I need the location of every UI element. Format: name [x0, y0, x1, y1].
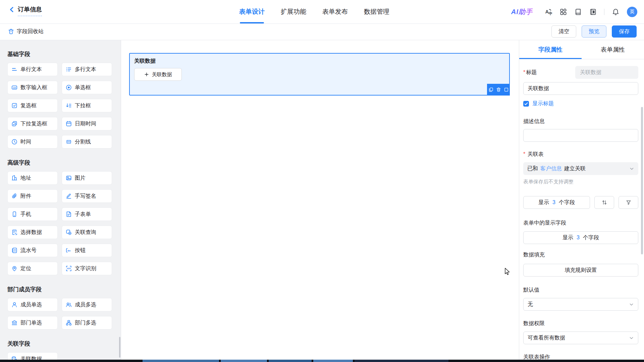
- select-data-icon: [11, 229, 17, 235]
- frame-icon[interactable]: [504, 87, 509, 92]
- trash-icon[interactable]: [496, 87, 501, 92]
- signature-icon: [66, 193, 72, 199]
- location-icon: [11, 265, 17, 272]
- panel-tab-field-props[interactable]: 字段属性: [519, 40, 582, 59]
- sidebar-item-checkbox[interactable]: 复选框: [7, 99, 58, 112]
- field-section: 高级字段地址图片附件手写签名手机子表单选择数据关联查询流水号Btn按钮定位OCR…: [7, 160, 121, 275]
- sidebar-item-label: 单行文本: [20, 66, 42, 73]
- sidebar-item-label: 手机: [20, 211, 31, 218]
- sidebar-item-multi-dropdown[interactable]: 下拉复选框: [7, 117, 58, 130]
- sidebar-item-number-input[interactable]: 123数字输入框: [7, 81, 58, 94]
- sidebar-item-ocr[interactable]: OCR文字识别: [62, 262, 112, 275]
- filter-icon: [626, 200, 631, 205]
- sidebar-item-dept-single[interactable]: 部门单选: [7, 316, 58, 329]
- field-action-bar: [487, 84, 510, 96]
- ocr-icon: OCR: [66, 265, 72, 272]
- sidebar-item-image[interactable]: 图片: [62, 171, 112, 185]
- field-recycle-bin-button[interactable]: 字段回收站: [8, 23, 44, 40]
- sidebar-item-datetime[interactable]: 日期时间: [62, 117, 112, 130]
- display-fields-button[interactable]: 显示3个字段: [523, 196, 590, 209]
- related-table-select[interactable]: 已和 客户信息 建立关联: [523, 162, 638, 175]
- sidebar-item-label: 附件: [20, 193, 31, 200]
- sidebar-item-address[interactable]: 地址: [7, 171, 58, 185]
- sidebar-item-select-data[interactable]: 选择数据: [7, 226, 58, 239]
- sidebar-item-button[interactable]: Btn按钮: [62, 244, 112, 257]
- number-input-icon: 123: [11, 84, 17, 90]
- title-label: *标题: [523, 69, 537, 76]
- sidebar-item-member-multi[interactable]: 成员多选: [62, 298, 112, 311]
- sidebar-item-member-single[interactable]: 成员单选: [7, 298, 58, 311]
- sidebar-item-phone[interactable]: 手机: [7, 207, 58, 221]
- sidebar-item-label: 子表单: [75, 211, 91, 218]
- sidebar-item-divider[interactable]: 分割线: [62, 135, 112, 148]
- bell-icon[interactable]: [612, 8, 619, 15]
- form-display-fields-button[interactable]: 显示3个字段: [523, 231, 638, 244]
- sidebar-item-dropdown[interactable]: 下拉框: [62, 99, 112, 112]
- sidebar-item-subform[interactable]: 子表单: [62, 207, 112, 221]
- app-window: 订单信息 表单设计扩展功能表单发布数据管理 AI助手 A中 英 字段回收站 清空…: [0, 0, 644, 362]
- show-title-checkbox[interactable]: 显示标题: [523, 100, 638, 107]
- svg-text:中: 中: [548, 11, 552, 15]
- panel-tab-form-props[interactable]: 表单属性: [582, 40, 644, 59]
- title-input[interactable]: [523, 82, 638, 95]
- sidebar-item-location[interactable]: 定位: [7, 262, 58, 275]
- sidebar-item-serial-number[interactable]: 流水号: [7, 244, 58, 257]
- sort-fields-button[interactable]: [594, 196, 614, 209]
- sidebar-item-time[interactable]: 时间: [7, 135, 58, 148]
- sidebar-item-label: 图片: [75, 175, 86, 182]
- form-canvas[interactable]: 关联数据 关联数据: [121, 40, 519, 362]
- main-nav: 表单设计扩展功能表单发布数据管理: [239, 0, 389, 23]
- back-button[interactable]: 订单信息: [9, 5, 42, 16]
- copy-icon[interactable]: [488, 87, 493, 92]
- field-section: 基础字段单行文本多行文本123数字输入框单选框复选框下拉框下拉复选框日期时间时间…: [7, 51, 121, 148]
- chevron-down-icon: [629, 166, 634, 171]
- nav-tab-form-design[interactable]: 表单设计: [239, 0, 265, 23]
- ai-assistant-button[interactable]: AI助手: [511, 7, 533, 16]
- image-icon: [66, 175, 72, 181]
- data-fill-label: 数据填充: [523, 251, 638, 258]
- field-label: 关联数据: [134, 58, 509, 65]
- phone-icon: [11, 211, 17, 217]
- sidebar-item-signature[interactable]: 手写签名: [62, 189, 112, 203]
- save-button[interactable]: 保存: [612, 25, 637, 38]
- plus-icon: [144, 72, 149, 77]
- related-table-link[interactable]: 客户信息: [540, 165, 562, 172]
- avatar[interactable]: 英: [627, 7, 637, 17]
- nav-tab-form-publish[interactable]: 表单发布: [322, 0, 348, 23]
- sidebar-item-single-line-text[interactable]: 单行文本: [7, 63, 58, 76]
- clear-button[interactable]: 清空: [551, 25, 576, 38]
- book-icon[interactable]: [575, 8, 582, 15]
- sidebar-item-label: 下拉复选框: [20, 120, 47, 127]
- field-library-sidebar: 基础字段单行文本多行文本123数字输入框单选框复选框下拉框下拉复选框日期时间时间…: [0, 40, 121, 362]
- sidebar-item-dept-multi[interactable]: 部门多选: [62, 316, 112, 329]
- field-section-heading: 基础字段: [7, 51, 121, 58]
- journal-icon[interactable]: [589, 8, 596, 15]
- panel-scrollbar[interactable]: [641, 107, 643, 254]
- form-name[interactable]: 订单信息: [18, 5, 42, 16]
- nav-tab-data-management[interactable]: 数据管理: [364, 0, 389, 23]
- sidebar-item-label: 按钮: [75, 247, 86, 254]
- filter-fields-button[interactable]: [619, 196, 638, 209]
- apps-grid-icon[interactable]: [560, 8, 567, 15]
- add-related-data-button[interactable]: 关联数据: [134, 68, 182, 81]
- sidebar-scrollbar[interactable]: [119, 337, 120, 358]
- default-value-select[interactable]: 无: [523, 298, 638, 311]
- data-permission-select[interactable]: 可查看所有数据: [523, 331, 638, 344]
- nav-tab-extensions[interactable]: 扩展功能: [281, 0, 306, 23]
- selected-field-related-data[interactable]: 关联数据 关联数据: [129, 53, 510, 96]
- sidebar-item-multi-line-text[interactable]: 多行文本: [62, 63, 112, 76]
- translate-icon[interactable]: A中: [545, 8, 552, 15]
- time-icon: [11, 139, 17, 145]
- fill-rules-button[interactable]: 填充规则设置: [523, 264, 638, 277]
- sidebar-item-label: 下拉框: [75, 102, 91, 109]
- sidebar-item-label: 成员多选: [75, 301, 96, 308]
- description-input[interactable]: [523, 129, 638, 142]
- preview-button[interactable]: 预览: [582, 25, 606, 38]
- sidebar-item-radio[interactable]: 单选框: [62, 81, 112, 94]
- dropdown-icon: [66, 103, 72, 109]
- sidebar-item-attachment[interactable]: 附件: [7, 189, 58, 203]
- sort-icon: [602, 200, 607, 205]
- sidebar-item-lookup[interactable]: 关联查询: [62, 226, 112, 239]
- sidebar-item-label: 分割线: [75, 138, 91, 145]
- datetime-icon: [66, 121, 72, 127]
